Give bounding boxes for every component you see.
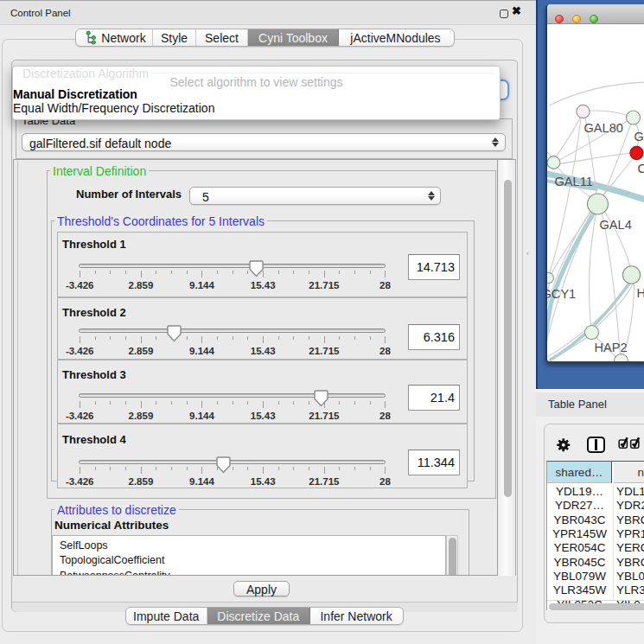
svg-text:GAL80: GAL80: [584, 121, 623, 135]
svg-text:HAP2: HAP2: [595, 341, 628, 354]
svg-text:GAL4: GAL4: [600, 218, 632, 232]
svg-text:HI: HI: [637, 286, 644, 300]
svg-text:CY: CY: [638, 162, 644, 175]
svg-text:GA: GA: [634, 130, 644, 143]
svg-text:GCY1: GCY1: [547, 287, 576, 301]
svg-text:GAL11: GAL11: [555, 175, 593, 188]
